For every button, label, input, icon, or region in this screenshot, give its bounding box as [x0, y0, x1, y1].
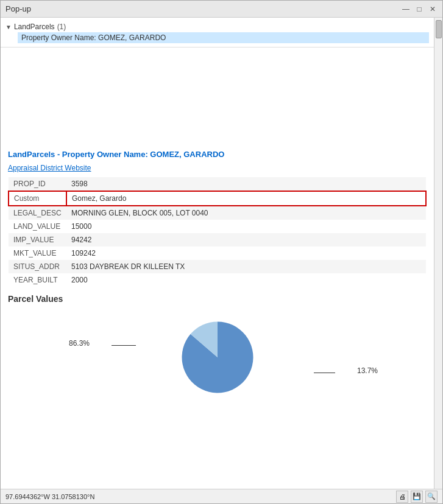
table-row: PROP_ID3598	[9, 177, 426, 191]
detail-section: LandParcels - Property Owner Name: GOMEZ…	[1, 145, 434, 489]
field-key: YEAR_BUILT	[9, 273, 66, 287]
table-row: YEAR_BUILT2000	[9, 273, 426, 287]
tree-section: ▼ LandParcels (1) Property Owner Name: G…	[1, 18, 434, 47]
field-value: 94242	[66, 233, 426, 247]
print-button[interactable]: 🖨	[396, 491, 408, 503]
table-row: LEGAL_DESCMORNING GLEN, BLOCK 005, LOT 0…	[9, 206, 426, 220]
chart-line-left	[112, 345, 136, 346]
save-button[interactable]: 💾	[411, 491, 423, 503]
appraisal-link-row: Appraisal District Website	[8, 164, 427, 172]
content-area: ▼ LandParcels (1) Property Owner Name: G…	[1, 18, 442, 489]
tree-count: (1)	[57, 23, 66, 31]
main-panel: ▼ LandParcels (1) Property Owner Name: G…	[1, 18, 434, 489]
section-header-link[interactable]: LandParcels - Property Owner Name: GOMEZ…	[8, 150, 427, 159]
tree-layer-label: LandParcels	[14, 23, 55, 31]
field-key: PROP_ID	[9, 177, 66, 191]
tree-selected-item[interactable]: Property Owner Name: GOMEZ, GARARDO	[18, 32, 429, 43]
appraisal-district-link[interactable]: Appraisal District Website	[8, 164, 91, 172]
search-button[interactable]: 🔍	[425, 491, 438, 503]
minimize-button[interactable]: —	[401, 4, 411, 14]
tree-arrow-icon: ▼	[5, 24, 12, 30]
title-bar: Pop-up — □ ✕	[1, 1, 442, 18]
table-row: IMP_VALUE94242	[9, 233, 426, 247]
scrollbar-thumb[interactable]	[436, 20, 442, 38]
field-value: Gomez, Garardo	[66, 191, 426, 206]
status-icons: 🖨 💾 🔍	[396, 491, 438, 503]
field-value: 2000	[66, 273, 426, 287]
title-bar-controls: — □ ✕	[401, 4, 438, 14]
field-key: IMP_VALUE	[9, 233, 66, 247]
close-button[interactable]: ✕	[428, 4, 438, 14]
window-title: Pop-up	[5, 4, 31, 13]
maximize-button[interactable]: □	[414, 4, 424, 14]
parcel-values-title: Parcel Values	[8, 294, 427, 304]
field-key: MKT_VALUE	[9, 247, 66, 260]
chart-label-large: 86.3%	[69, 339, 90, 348]
field-value: MORNING GLEN, BLOCK 005, LOT 0040	[66, 206, 426, 220]
field-key: Custom	[9, 191, 66, 206]
table-row: SITUS_ADDR5103 DAYBREAK DR KILLEEN TX	[9, 260, 426, 273]
scrollbar[interactable]	[434, 18, 442, 489]
field-value: 5103 DAYBREAK DR KILLEEN TX	[66, 260, 426, 273]
field-key: LEGAL_DESC	[9, 206, 66, 220]
pie-chart	[178, 318, 257, 397]
field-value: 3598	[66, 177, 426, 191]
field-key: SITUS_ADDR	[9, 260, 66, 273]
popup-window: Pop-up — □ ✕ ▼ LandParcels (1) Property …	[0, 0, 443, 504]
chart-container: 86.3% 13.7%	[8, 309, 427, 406]
table-row: LAND_VALUE15000	[9, 220, 426, 233]
field-value: 109242	[66, 247, 426, 260]
empty-area	[1, 47, 434, 145]
chart-label-small: 13.7%	[357, 366, 378, 375]
field-value: 15000	[66, 220, 426, 233]
status-bar: 97.6944362°W 31.0758130°N 🖨 💾 🔍	[1, 489, 442, 503]
chart-line-right	[314, 373, 335, 373]
table-row: CustomGomez, Garardo	[9, 191, 426, 206]
field-key: LAND_VALUE	[9, 220, 66, 233]
data-table: PROP_ID3598CustomGomez, GarardoLEGAL_DES…	[8, 177, 427, 287]
coordinates-display: 97.6944362°W 31.0758130°N	[5, 493, 94, 500]
tree-item-group: ▼ LandParcels (1)	[5, 21, 429, 32]
table-row: MKT_VALUE109242	[9, 247, 426, 260]
